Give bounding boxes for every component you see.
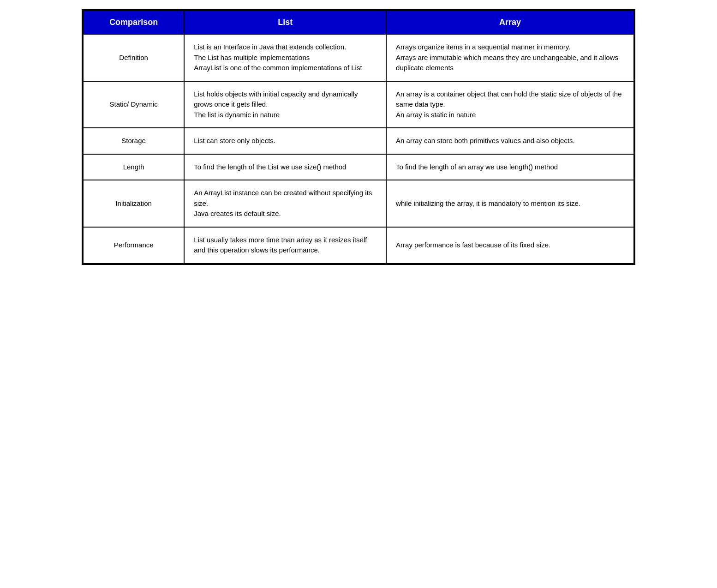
row-list-2: List can store only objects. [184,128,386,154]
row-comparison-0: Definition [83,34,184,81]
row-array-3: To find the length of an array we use le… [386,154,634,180]
row-comparison-5: Performance [83,227,184,264]
row-comparison-3: Length [83,154,184,180]
row-comparison-2: Storage [83,128,184,154]
header-comparison: Comparison [83,11,184,34]
row-array-0: Arrays organize items in a sequential ma… [386,34,634,81]
header-array: Array [386,11,634,34]
row-list-3: To find the length of the List we use si… [184,154,386,180]
comparison-table: Comparison List Array DefinitionList is … [82,9,635,265]
row-array-5: Array performance is fast because of its… [386,227,634,264]
row-list-4: An ArrayList instance can be created wit… [184,180,386,227]
row-comparison-4: Initialization [83,180,184,227]
row-array-2: An array can store both primitives value… [386,128,634,154]
row-list-5: List usually takes more time than array … [184,227,386,264]
row-list-1: List holds objects with initial capacity… [184,81,386,128]
row-list-0: List is an Interface in Java that extend… [184,34,386,81]
row-array-1: An array is a container object that can … [386,81,634,128]
row-comparison-1: Static/ Dynamic [83,81,184,128]
row-array-4: while initializing the array, it is mand… [386,180,634,227]
header-list: List [184,11,386,34]
